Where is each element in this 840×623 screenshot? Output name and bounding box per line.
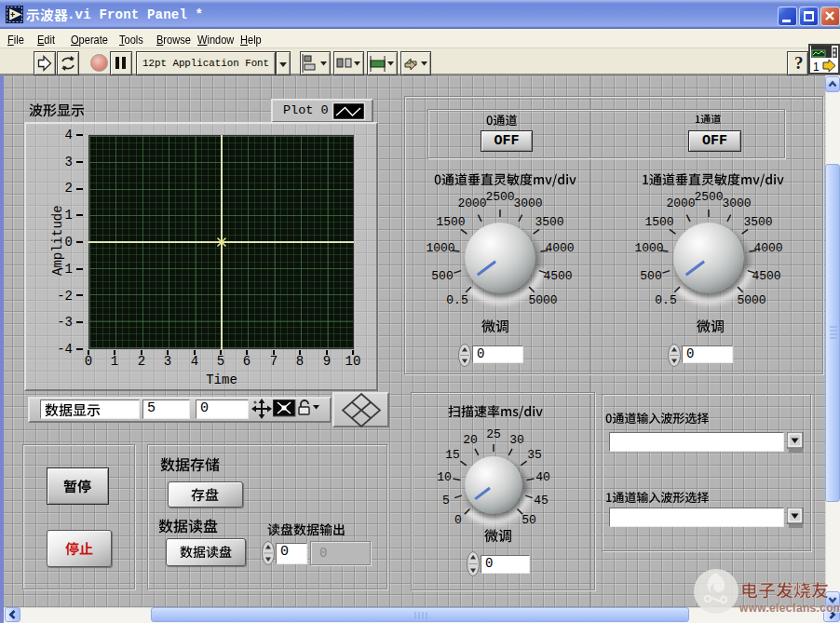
svg-text:1: 1 xyxy=(813,61,820,73)
